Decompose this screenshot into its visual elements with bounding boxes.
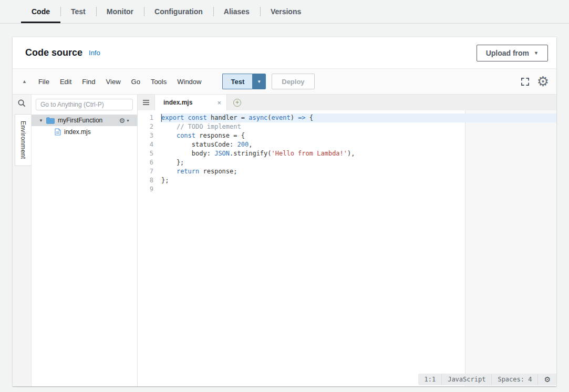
new-tab-icon[interactable]: + <box>233 99 241 107</box>
editor-actions: Test ▼ Deploy <box>222 74 314 89</box>
status-settings-gear-icon[interactable]: ⚙ <box>537 374 556 385</box>
line-number: 3 <box>138 131 153 140</box>
toolbar-right-icons: ⚙ <box>520 75 549 88</box>
folder-icon <box>46 117 55 124</box>
nav-tab-aliases[interactable]: Aliases <box>213 0 260 23</box>
code-editor: index.mjs × + 123456789 export const han… <box>138 95 556 386</box>
code-line: statusCode: 200, <box>160 140 556 149</box>
code-line <box>160 185 556 194</box>
test-split-button: Test ▼ <box>222 74 266 89</box>
menu-tools[interactable]: Tools <box>146 78 172 86</box>
test-button[interactable]: Test <box>222 74 252 89</box>
language-mode[interactable]: JavaScript <box>441 374 491 385</box>
indent-setting[interactable]: Spaces: 4 <box>491 374 537 385</box>
line-number: 6 <box>138 158 153 167</box>
tree-file-index-mjs[interactable]: index.mjs <box>32 126 137 138</box>
menu-edit[interactable]: Edit <box>55 78 77 86</box>
line-number: 2 <box>138 122 153 131</box>
text-cursor <box>161 114 162 122</box>
goto-anything-input[interactable] <box>36 99 133 110</box>
nav-tab-versions[interactable]: Versions <box>260 0 312 23</box>
code-area[interactable]: 123456789 export const handler = async(e… <box>138 110 556 386</box>
line-number: 9 <box>138 185 153 194</box>
line-number: 8 <box>138 176 153 185</box>
file-name: index.mjs <box>64 128 91 136</box>
editor-tab-bar: index.mjs × + <box>138 95 556 110</box>
menu-window[interactable]: Window <box>172 78 206 86</box>
editor-preferences-gear-icon[interactable]: ⚙ <box>537 75 549 88</box>
nav-tab-configuration[interactable]: Configuration <box>144 0 213 23</box>
tree-folder-myfirstfunction[interactable]: ▼ myFirstFunction ⚙▼ <box>32 115 137 126</box>
info-link[interactable]: Info <box>89 49 100 57</box>
editor-main-area: Environment ▼ myFirstFunction ⚙▼ <box>13 95 556 386</box>
code-line: body: JSON.stringify('Hello from Lambda!… <box>160 149 556 158</box>
nav-tab-monitor[interactable]: Monitor <box>96 0 144 23</box>
menu-find[interactable]: Find <box>77 78 100 86</box>
code-source-header: Code source Info Upload from ▼ <box>13 37 556 69</box>
chevron-down-icon: ▼ <box>257 79 261 84</box>
menu-go[interactable]: Go <box>126 78 146 86</box>
editor-tab-label: index.mjs <box>163 99 192 106</box>
chevron-down-icon: ▼ <box>534 50 539 56</box>
nav-tab-code[interactable]: Code <box>21 0 60 23</box>
function-nav-tabs: CodeTestMonitorConfigurationAliasesVersi… <box>0 0 569 24</box>
code-source-card: Code source Info Upload from ▼ ▲ FileEdi… <box>13 37 556 386</box>
line-number: 4 <box>138 140 153 149</box>
line-number: 5 <box>138 149 153 158</box>
side-strip: Environment <box>13 95 32 386</box>
line-number: 7 <box>138 167 153 176</box>
environment-tab[interactable]: Environment <box>15 114 31 166</box>
menu-view[interactable]: View <box>101 78 126 86</box>
nav-tab-test[interactable]: Test <box>60 0 96 23</box>
file-tree: ▼ myFirstFunction ⚙▼ <box>32 115 137 138</box>
page-title: Code source <box>25 47 82 58</box>
code-line: const response = { <box>160 131 556 140</box>
environment-tab-label: Environment <box>19 121 27 159</box>
gutter: 123456789 <box>138 114 160 194</box>
collapse-panel-icon[interactable]: ▲ <box>22 79 27 84</box>
fullscreen-icon[interactable] <box>520 77 530 87</box>
upload-from-label: Upload from <box>486 49 529 57</box>
deploy-button[interactable]: Deploy <box>272 74 314 89</box>
editor-menu-bar: FileEditFindViewGoToolsWindow <box>33 78 207 86</box>
file-tree-panel: ▼ myFirstFunction ⚙▼ <box>32 95 138 386</box>
folder-settings-icon[interactable]: ⚙▼ <box>119 117 130 125</box>
code-line: return response; <box>160 167 556 176</box>
editor-status-bar: 1:1 JavaScript Spaces: 4 ⚙ <box>418 374 556 385</box>
line-number: 1 <box>138 114 153 122</box>
close-tab-icon[interactable]: × <box>217 99 221 107</box>
folder-name: myFirstFunction <box>58 117 102 124</box>
code-line: export const handler = async(event) => { <box>160 114 556 122</box>
menu-file[interactable]: File <box>33 78 55 86</box>
code-line: }; <box>160 176 556 185</box>
code-lines: export const handler = async(event) => {… <box>160 114 556 194</box>
chevron-expanded-icon[interactable]: ▼ <box>39 118 43 123</box>
search-icon[interactable] <box>17 99 26 108</box>
code-line: // TODO implement <box>160 122 556 131</box>
upload-from-button[interactable]: Upload from ▼ <box>477 45 548 61</box>
code-line: }; <box>160 158 556 167</box>
tab-list-icon[interactable] <box>138 95 154 110</box>
editor-tab-index-mjs[interactable]: index.mjs × <box>154 95 227 110</box>
js-file-icon <box>55 128 61 136</box>
test-dropdown-button[interactable]: ▼ <box>252 74 266 89</box>
editor-toolbar: ▲ FileEditFindViewGoToolsWindow Test ▼ D… <box>13 69 556 95</box>
cursor-position[interactable]: 1:1 <box>418 374 441 385</box>
